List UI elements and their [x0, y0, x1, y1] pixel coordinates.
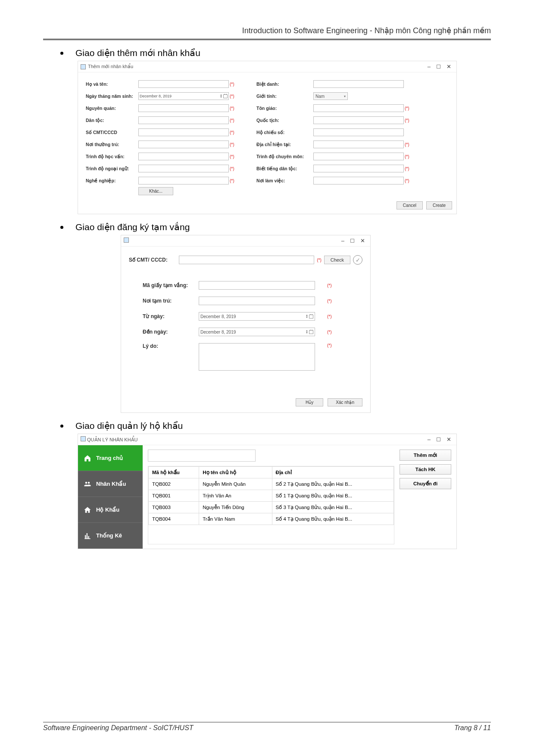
spinner-icon[interactable]: ▲▼ [306, 330, 308, 334]
search-input[interactable] [148, 450, 256, 462]
input-ho-chieu[interactable] [313, 128, 404, 136]
input-dia-chi-ht[interactable] [313, 141, 404, 148]
table-row[interactable]: TQB001 Trịnh Văn An Số 1 Tạ Quang Bửu, q… [149, 490, 394, 502]
req-mark: (*) [230, 82, 237, 87]
req-mark: (*) [327, 314, 335, 319]
input-ngay-sinh[interactable]: December 8, 2019 ▲▼ [138, 92, 229, 100]
req-mark: (*) [230, 142, 237, 147]
sidebar-item-label: Nhân Khẩu [96, 481, 126, 487]
col-dia-chi[interactable]: Địa chỉ [272, 467, 393, 478]
input-dan-toc[interactable] [138, 116, 229, 124]
cell-ma: TQB003 [149, 502, 199, 513]
people-icon [83, 480, 92, 488]
label-noi-tam-tru: Nơi tạm trú: [143, 298, 199, 304]
footer-right: Trang 8 / 11 [454, 724, 491, 732]
chuyen-di-button[interactable]: Chuyển đi [400, 478, 451, 489]
cell-ten: Nguyễn Tiến Dũng [199, 502, 272, 513]
calendar-icon[interactable] [309, 315, 313, 319]
req-mark: (*) [405, 106, 412, 111]
table-row[interactable]: TQB003 Nguyễn Tiến Dũng Số 3 Tạ Quang Bử… [149, 502, 394, 513]
cell-ma: TQB002 [149, 478, 199, 490]
select-gioi-tinh[interactable]: Nam ▾ [313, 92, 404, 100]
req-mark: (*) [327, 330, 335, 334]
label-ho-chieu: Hộ chiếu số: [256, 130, 312, 135]
calendar-icon[interactable] [223, 94, 228, 98]
input-thuong-tru[interactable] [138, 141, 229, 148]
maximize-icon[interactable] [350, 239, 354, 243]
input-so-cmt[interactable] [138, 128, 229, 136]
input-so-cmt-2[interactable] [179, 256, 314, 264]
req-mark: (*) [405, 154, 412, 159]
col-ho-ten[interactable]: Họ tên chủ hộ [199, 467, 272, 478]
them-moi-button[interactable]: Thêm mới [400, 450, 451, 461]
cell-ten: Nguyễn Minh Quân [199, 478, 272, 490]
req-mark: (*) [405, 166, 412, 171]
calendar-icon[interactable] [309, 330, 313, 334]
sidebar-item-nhan-khau[interactable]: Nhân Khẩu [78, 471, 143, 497]
maximize-icon[interactable] [437, 437, 440, 441]
bullet-1: Giao diện thêm mới nhân khẩu [60, 48, 491, 58]
input-noi-lam-viec[interactable] [313, 177, 404, 184]
input-ngoai-ngu[interactable] [138, 165, 229, 172]
house-icon [83, 506, 92, 514]
sidebar-item-thong-ke[interactable]: Thống Kê [78, 523, 143, 549]
close-icon[interactable]: ✕ [447, 436, 451, 443]
screenshot-tam-vang: – ✕ Số CMT/ CCCD: (*) Check ✓ Mã giấy tạ… [121, 235, 371, 413]
minimize-icon[interactable]: – [428, 436, 431, 443]
chevron-down-icon: ▾ [344, 94, 346, 98]
xac-nhan-button[interactable]: Xác nhận [328, 398, 362, 406]
tach-hk-button[interactable]: Tách HK [400, 464, 451, 475]
input-ho-ten[interactable] [138, 80, 229, 88]
input-ma-giay[interactable] [199, 281, 315, 290]
cancel-button[interactable]: Cancel [397, 201, 423, 209]
app-icon [81, 64, 86, 69]
input-nghe-nghiep[interactable] [138, 177, 229, 184]
sidebar-item-label: Hộ Khẩu [96, 506, 119, 513]
minimize-icon[interactable]: – [341, 237, 344, 244]
spinner-icon[interactable]: ▲▼ [220, 94, 222, 98]
close-icon[interactable]: ✕ [447, 63, 451, 70]
label-biet-danh: Biệt danh: [256, 81, 312, 87]
input-ton-giao[interactable] [313, 104, 404, 112]
input-quoc-tich[interactable] [313, 116, 404, 124]
table-row[interactable]: TQB002 Nguyễn Minh Quân Số 2 Tạ Quang Bử… [149, 478, 394, 490]
req-mark: (*) [230, 166, 237, 171]
col-ma-ho-khau[interactable]: Mã hộ khẩu [149, 467, 199, 478]
maximize-icon[interactable] [437, 65, 440, 69]
label-ho-ten: Họ và tên: [86, 81, 137, 87]
page-footer: Software Engineering Department - SoICT/… [43, 722, 491, 732]
sidebar: Trang chủ Nhân Khẩu Hộ Khẩu Thống Kê [78, 445, 143, 549]
input-biet-danh[interactable] [313, 80, 404, 88]
window-titlebar: QUẢN LÝ NHÂN KHẨU – ✕ [78, 434, 456, 445]
input-noi-tam-tru[interactable] [199, 297, 315, 305]
label-tu-ngay: Từ ngày: [143, 313, 199, 319]
input-ly-do[interactable] [199, 343, 315, 371]
input-den-ngay[interactable]: December 8, 2019 ▲▼ [199, 328, 315, 336]
label-dia-chi-ht: Địa chỉ hiện tại: [256, 142, 312, 147]
label-nguyen-quan: Nguyên quán: [86, 106, 137, 111]
check-button[interactable]: Check [324, 256, 350, 264]
req-mark: (*) [327, 299, 335, 303]
spinner-icon[interactable]: ▲▼ [306, 314, 308, 319]
label-hoc-van: Trình độ học vấn: [86, 154, 137, 159]
chart-icon [83, 532, 92, 540]
input-hoc-van[interactable] [138, 153, 229, 160]
req-mark: (*) [230, 178, 237, 183]
khac-button[interactable]: Khác... [138, 187, 173, 195]
minimize-icon[interactable]: – [428, 63, 431, 70]
input-tu-ngay[interactable]: December 8, 2019 ▲▼ [199, 312, 315, 321]
table-row[interactable]: TQB004 Trần Văn Nam Số 4 Tạ Quang Bửu, q… [149, 513, 394, 525]
close-icon[interactable]: ✕ [360, 237, 365, 244]
input-nguyen-quan[interactable] [138, 104, 229, 112]
req-mark: (*) [230, 118, 237, 123]
input-chuyen-mon[interactable] [313, 153, 404, 160]
bullet-3: Giao diện quản lý hộ khẩu [60, 421, 491, 431]
sidebar-item-home[interactable]: Trang chủ [78, 445, 143, 471]
huy-button[interactable]: Hủy [296, 398, 323, 406]
req-mark: (*) [230, 106, 237, 111]
create-button[interactable]: Create [426, 201, 452, 209]
label-ngoai-ngu: Trình độ ngoại ngữ: [86, 166, 137, 171]
input-biet-tieng[interactable] [313, 165, 404, 172]
sidebar-item-label: Thống Kê [96, 532, 122, 539]
sidebar-item-ho-khau[interactable]: Hộ Khẩu [78, 497, 143, 523]
